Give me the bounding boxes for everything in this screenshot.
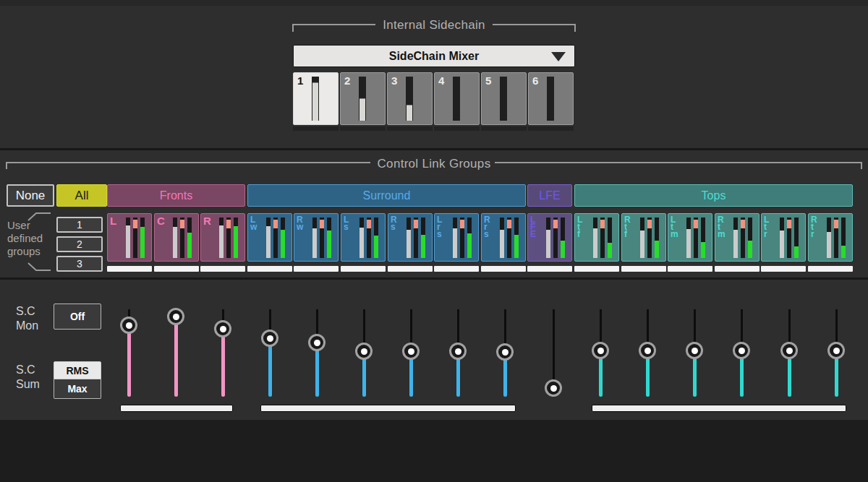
- channel-cell-lw[interactable]: Lw: [247, 213, 292, 262]
- gain-meter: [561, 218, 565, 258]
- channel-cell-lfe[interactable]: LFE: [527, 213, 572, 262]
- slider-knob-ls[interactable]: [355, 343, 373, 360]
- user-group-button-3[interactable]: 3: [56, 256, 103, 272]
- gain-meter-fill: [327, 231, 331, 258]
- input-meter-fill: [453, 228, 457, 258]
- none-button[interactable]: None: [7, 184, 54, 207]
- sidechain-channel-number: 3: [391, 74, 397, 87]
- gain-meter-fill: [514, 235, 519, 258]
- slider-knob-rtm[interactable]: [733, 342, 750, 359]
- sc-mon-off-button[interactable]: Off: [54, 304, 101, 330]
- input-meter: [359, 218, 364, 258]
- user-defined-groups-label: User defined groups: [7, 219, 43, 258]
- channel-underline-bar: [154, 266, 199, 272]
- channel-cell-lrs[interactable]: Lrs: [434, 213, 479, 262]
- channel-cell-rtr[interactable]: Rtr: [808, 213, 853, 262]
- channel-cell-rtm[interactable]: Rtm: [715, 213, 760, 262]
- group-header-fronts[interactable]: Fronts: [107, 184, 245, 207]
- sc-mon-label: S.C Mon: [16, 304, 38, 333]
- group-header-surround[interactable]: Surround: [247, 184, 526, 207]
- sidechain-mixer-dropdown[interactable]: SideChain Mixer: [293, 45, 575, 67]
- group-header-lfe[interactable]: LFE: [527, 184, 572, 207]
- sidechain-channel-tile[interactable]: 2: [340, 72, 386, 125]
- input-meter-fill: [686, 229, 691, 258]
- channel-cell-rrs[interactable]: Rrs: [481, 213, 526, 262]
- user-group-button-2[interactable]: 2: [56, 236, 103, 252]
- peak-meter-segment: [507, 220, 511, 228]
- input-meter: [733, 218, 738, 258]
- peak-meter: [834, 218, 838, 258]
- slider-knob-ltr[interactable]: [780, 342, 798, 359]
- peak-meter: [367, 218, 371, 258]
- input-meter-fill: [312, 228, 317, 258]
- channel-cell-rs[interactable]: Rs: [388, 213, 433, 262]
- slider-knob-ltm[interactable]: [686, 342, 703, 359]
- sidechain-channel-tile[interactable]: 4: [434, 72, 480, 125]
- group-header-tops[interactable]: Tops: [574, 184, 853, 207]
- slider-knob-rw[interactable]: [308, 334, 326, 351]
- gain-meter-fill: [421, 235, 425, 258]
- sidechain-channel-tile[interactable]: 6: [528, 72, 574, 125]
- slider-knob-r[interactable]: [214, 320, 231, 337]
- user-defined-groups-line: defined: [7, 232, 43, 245]
- channel-label: Rw: [297, 216, 303, 231]
- slider-group-bar-fronts[interactable]: [120, 405, 233, 412]
- channel-label: Ls: [344, 216, 349, 231]
- peak-meter: [553, 218, 558, 258]
- peak-meter-segment: [553, 220, 558, 228]
- channel-cell-r[interactable]: R: [200, 213, 245, 262]
- channel-cell-ltr[interactable]: Ltr: [761, 213, 806, 262]
- user-group-button-1[interactable]: 1: [56, 217, 103, 233]
- peak-meter: [414, 218, 418, 258]
- slider-fill: [221, 329, 225, 397]
- sidechain-channel-tile[interactable]: 1: [293, 72, 339, 125]
- slider-knob-dot: [314, 340, 320, 346]
- slider-knob-rrs[interactable]: [496, 343, 514, 361]
- input-meter-fill: [546, 230, 550, 258]
- gain-meter-fill: [701, 242, 705, 258]
- section-divider-top: [0, 148, 868, 150]
- gain-meter: [374, 218, 378, 258]
- peak-meter-segment: [834, 220, 838, 228]
- slider-knob-rtf[interactable]: [639, 342, 656, 359]
- input-meter: [686, 218, 691, 258]
- gain-meter-fill: [140, 227, 145, 258]
- input-meter: [780, 218, 784, 258]
- channel-cell-ltm[interactable]: Ltm: [668, 213, 712, 262]
- slider-knob-rs[interactable]: [402, 343, 420, 360]
- channel-underline-bar: [574, 266, 619, 272]
- channel-underline-bar: [434, 266, 479, 272]
- input-meter: [593, 218, 597, 258]
- slider-knob-ltf[interactable]: [592, 342, 609, 359]
- slider-knob-lrs[interactable]: [449, 343, 467, 360]
- slider-knob-lfe[interactable]: [545, 379, 562, 397]
- peak-meter: [133, 218, 137, 258]
- sidechain-channel-number: 4: [438, 74, 444, 87]
- sc-sum-rms-button[interactable]: RMS: [54, 361, 101, 379]
- channel-cell-c[interactable]: C: [154, 213, 199, 262]
- slider-knob-lw[interactable]: [261, 330, 278, 347]
- slider-group-bar-tops[interactable]: [592, 405, 846, 412]
- channel-cell-l[interactable]: L: [107, 213, 152, 262]
- sidechain-channel-meter: [406, 77, 413, 121]
- gain-meter-fill: [234, 226, 238, 258]
- channel-label: Ltr: [764, 216, 769, 238]
- all-button[interactable]: All: [56, 184, 107, 207]
- channel-cell-rtf[interactable]: Rtf: [621, 213, 666, 262]
- peak-meter: [647, 218, 652, 258]
- slider-knob-rtr[interactable]: [827, 342, 845, 359]
- channel-cell-rw[interactable]: Rw: [294, 213, 339, 262]
- channel-underline-bar: [294, 266, 339, 272]
- channel-underline-bar: [481, 266, 526, 272]
- sidechain-channel-number: 1: [297, 74, 303, 87]
- sc-sum-max-button[interactable]: Max: [54, 379, 101, 399]
- sidechain-channel-tile[interactable]: 3: [387, 72, 433, 125]
- channel-cell-ls[interactable]: Ls: [341, 213, 386, 262]
- slider-group-bar-surround[interactable]: [260, 405, 516, 412]
- sidechain-channel-meter-fill: [312, 82, 318, 121]
- slider-fill: [174, 317, 178, 397]
- slider-knob-c[interactable]: [167, 308, 184, 325]
- sidechain-channel-tile[interactable]: 5: [481, 72, 527, 125]
- channel-cell-ltf[interactable]: Ltf: [574, 213, 619, 262]
- slider-knob-l[interactable]: [120, 317, 137, 334]
